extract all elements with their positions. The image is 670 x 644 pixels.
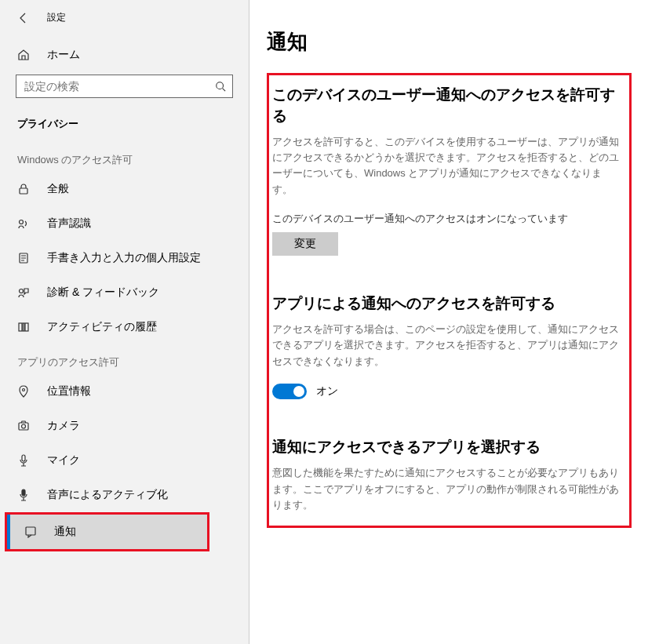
section2-title: アプリによる通知へのアクセスを許可する — [272, 293, 621, 315]
clipboard-icon — [17, 252, 30, 264]
svg-point-4 — [20, 289, 24, 293]
sidebar-item-inking[interactable]: 手書き入力と入力の個人用設定 — [0, 241, 249, 275]
section1-status: このデバイスのユーザー通知へのアクセスはオンになっています — [272, 212, 621, 226]
notification-icon — [24, 526, 37, 538]
sidebar-item-label: 通知 — [54, 525, 76, 539]
svg-rect-11 — [22, 455, 25, 461]
app-access-toggle[interactable] — [272, 384, 307, 399]
search-icon — [215, 81, 226, 92]
svg-rect-9 — [19, 423, 28, 430]
home-link[interactable]: ホーム — [0, 43, 249, 67]
change-button[interactable]: 変更 — [272, 232, 338, 256]
sidebar-item-diagnostics[interactable]: 診断 & フィードバック — [0, 275, 249, 310]
sidebar-item-label: 音声認識 — [47, 216, 91, 231]
section2-desc: アクセスを許可する場合は、このページの設定を使用して、通知にアクセスできるアプリ… — [272, 322, 621, 369]
sidebar-item-location[interactable]: 位置情報 — [0, 374, 249, 409]
svg-rect-5 — [19, 323, 22, 331]
svg-rect-6 — [23, 323, 24, 331]
sidebar-item-voice-activation[interactable]: 音声によるアクティブ化 — [0, 478, 249, 512]
location-icon — [17, 385, 30, 398]
windows-permissions-list: 全般 音声認識 手書き入力と入力の個人用設定 診断 & フィードバック アクティ… — [0, 172, 249, 344]
sidebar-item-label: 位置情報 — [47, 384, 91, 398]
sidebar-item-label: 全般 — [47, 182, 69, 196]
app-permissions-header: アプリのアクセス許可 — [0, 344, 249, 374]
sidebar-item-label: 音声によるアクティブ化 — [47, 488, 168, 502]
section3-desc: 意図した機能を果たすために通知にアクセスすることが必要なアプリもあります。ここで… — [272, 465, 621, 512]
highlighted-settings-group: このデバイスのユーザー通知へのアクセスを許可する アクセスを許可すると、このデバ… — [267, 73, 632, 528]
camera-icon — [17, 420, 30, 432]
section1-desc: アクセスを許可すると、このデバイスを使用するユーザーは、アプリが通知にアクセスで… — [272, 134, 621, 198]
titlebar-label: 設定 — [47, 11, 66, 24]
activity-icon — [17, 321, 30, 333]
svg-rect-7 — [25, 323, 28, 331]
speech-icon — [17, 217, 30, 230]
voice-activation-icon — [17, 489, 30, 501]
back-icon[interactable] — [17, 12, 30, 24]
svg-point-8 — [23, 389, 25, 391]
svg-point-10 — [22, 424, 26, 428]
sidebar-item-camera[interactable]: カメラ — [0, 409, 249, 443]
section1-title: このデバイスのユーザー通知へのアクセスを許可する — [272, 85, 621, 126]
home-icon — [17, 49, 30, 61]
home-label: ホーム — [47, 48, 80, 62]
sidebar-item-speech[interactable]: 音声認識 — [0, 206, 249, 241]
svg-rect-12 — [22, 489, 25, 496]
sidebar-item-label: カメラ — [47, 419, 80, 433]
sidebar-item-general[interactable]: 全般 — [0, 172, 249, 206]
app-permissions-list: 位置情報 カメラ マイク 音声によるアクティブ化 通知 — [0, 374, 249, 551]
section3-title: 通知にアクセスできるアプリを選択する — [272, 437, 621, 458]
sidebar-item-label: アクティビティの履歴 — [47, 320, 157, 334]
sidebar-item-label: マイク — [47, 453, 80, 468]
search-box[interactable] — [16, 75, 233, 98]
category-label: プライバシー — [0, 101, 249, 142]
microphone-icon — [17, 454, 30, 467]
sidebar-item-activity[interactable]: アクティビティの履歴 — [0, 310, 249, 344]
content-area: 通知 このデバイスのユーザー通知へのアクセスを許可する アクセスを許可すると、こ… — [249, 0, 670, 644]
lock-icon — [17, 183, 30, 195]
svg-rect-1 — [20, 188, 27, 194]
svg-rect-13 — [26, 527, 35, 535]
search-input[interactable] — [16, 75, 232, 97]
feedback-icon — [17, 286, 30, 299]
sidebar-item-label: 診断 & フィードバック — [47, 286, 159, 300]
sidebar: 設定 ホーム プライバシー Windows のアクセス許可 全般 音声認識 手書… — [0, 0, 249, 644]
sidebar-item-microphone[interactable]: マイク — [0, 443, 249, 478]
toggle-label: オン — [316, 384, 338, 398]
titlebar: 設定 — [0, 0, 249, 32]
svg-point-0 — [217, 82, 224, 89]
svg-point-2 — [20, 220, 24, 224]
page-title: 通知 — [267, 28, 670, 56]
sidebar-item-notifications[interactable]: 通知 — [7, 515, 207, 549]
windows-permissions-header: Windows のアクセス許可 — [0, 142, 249, 172]
sidebar-item-label: 手書き入力と入力の個人用設定 — [47, 251, 201, 265]
